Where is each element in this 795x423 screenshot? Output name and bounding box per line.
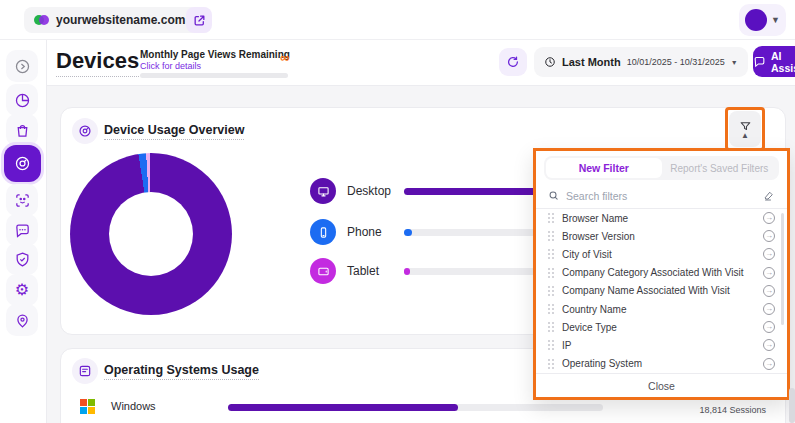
drag-handle-icon[interactable]	[548, 286, 554, 296]
filter-option-browser-version[interactable]: Browser Version→	[536, 227, 787, 245]
desktop-legend-dot	[310, 178, 336, 204]
phone-label: Phone	[347, 225, 382, 239]
filter-search-row	[536, 183, 787, 209]
search-icon	[548, 190, 559, 201]
filter-option-city-of-visit[interactable]: City of Visit→	[536, 245, 787, 263]
chevron-down-icon: ▼	[771, 16, 780, 25]
refresh-icon	[506, 55, 520, 69]
tab-saved-filters[interactable]: Report's Saved Filters	[662, 158, 778, 178]
arrow-right-circle-icon[interactable]: →	[763, 285, 775, 297]
operating-systems-card-title: Operating Systems Usage	[104, 363, 259, 380]
date-range-selector[interactable]: Last Month 10/01/2025 - 10/31/2025 ▼	[534, 47, 748, 77]
arrow-right-circle-icon[interactable]: →	[763, 321, 775, 333]
legend-item-tablet: Tablet	[310, 258, 379, 284]
shield-check-icon	[14, 251, 31, 268]
drag-handle-icon[interactable]	[548, 249, 554, 259]
filter-option-operating-system[interactable]: Operating System→	[536, 355, 787, 373]
website-name: yourwebsitename.com	[56, 13, 185, 27]
period-range: 10/01/2025 - 10/31/2025	[627, 57, 725, 67]
page-title: Devices	[56, 48, 139, 77]
website-selector[interactable]: yourwebsitename.com ▼	[24, 7, 211, 33]
phone-icon	[317, 226, 330, 239]
sidebar-item-dashboard[interactable]	[6, 84, 38, 116]
drag-handle-icon[interactable]	[548, 340, 554, 350]
page-views-label: Monthly Page Views Remaining	[140, 49, 290, 60]
app-root: yourwebsitename.com ▼ ▼	[0, 0, 795, 423]
collapse-arrow-icon	[14, 58, 31, 75]
phone-legend-dot	[310, 219, 336, 245]
website-favicon-icon	[34, 14, 49, 26]
filter-option-label: City of Visit	[562, 249, 755, 260]
windows-sessions: 18,814 Sessions	[641, 405, 766, 415]
desktop-monitor-icon	[317, 185, 330, 198]
user-menu[interactable]: ▼	[739, 4, 786, 36]
filter-option-device-type[interactable]: Device Type→	[536, 318, 787, 336]
filter-panel: New Filter Report's Saved Filters Browse…	[533, 148, 790, 400]
filter-button[interactable]: ▲	[729, 111, 761, 147]
refresh-button[interactable]	[499, 48, 527, 76]
drag-handle-icon[interactable]	[548, 304, 554, 314]
arrow-right-circle-icon[interactable]: →	[763, 230, 775, 242]
page-views-progress-bar	[140, 73, 288, 78]
sidebar-item-visitors[interactable]	[6, 184, 38, 216]
gear-icon: ⚙	[15, 282, 29, 298]
operating-systems-card-icon	[72, 358, 98, 384]
arrow-right-circle-icon[interactable]: →	[763, 212, 775, 224]
page-header: Devices Monthly Page Views Remaining Cli…	[47, 40, 795, 86]
panel-scrollbar[interactable]	[781, 213, 784, 325]
arrow-right-circle-icon[interactable]: →	[763, 303, 775, 315]
filter-option-ip[interactable]: IP→	[536, 336, 787, 354]
tablet-label: Tablet	[347, 264, 379, 278]
drag-handle-icon[interactable]	[548, 231, 554, 241]
drag-handle-icon[interactable]	[548, 268, 554, 278]
legend-item-phone: Phone	[310, 219, 382, 245]
devices-gauge-icon	[14, 155, 31, 172]
filter-option-label: Browser Name	[562, 213, 755, 224]
device-usage-donut-chart[interactable]	[70, 153, 232, 315]
sidebar-item-communication[interactable]	[6, 214, 38, 246]
filter-option-label: Operating System	[562, 358, 755, 369]
open-website-button[interactable]	[186, 7, 212, 33]
arrow-right-circle-icon[interactable]: →	[763, 339, 775, 351]
filter-option-label: Browser Version	[562, 231, 755, 242]
device-usage-card-title: Device Usage Overview	[104, 123, 244, 140]
tab-new-filter[interactable]: New Filter	[546, 158, 662, 178]
pie-chart-icon	[14, 92, 31, 109]
ai-assistant-button[interactable]: AI Assistant	[753, 46, 795, 77]
shopping-bag-icon	[14, 122, 31, 139]
phone-bar-fill	[404, 229, 412, 236]
location-pin-icon	[14, 312, 31, 329]
filter-option-browser-name[interactable]: Browser Name→	[536, 209, 787, 227]
filter-option-company-name[interactable]: Company Name Associated With Visit→	[536, 282, 787, 300]
sidebar-item-ecommerce[interactable]	[6, 114, 38, 146]
filter-option-company-category[interactable]: Company Category Associated With Visit→	[536, 264, 787, 282]
drag-handle-icon[interactable]	[548, 359, 554, 369]
filter-option-country-name[interactable]: Country Name→	[536, 300, 787, 318]
page-scrollbar-thumb[interactable]	[789, 388, 795, 423]
filter-panel-close-button[interactable]: Close	[536, 373, 787, 397]
windows-bar-fill	[228, 404, 458, 411]
page-views-details-link[interactable]: Click for details	[140, 61, 201, 71]
filter-options-list: Browser Name→ Browser Version→ City of V…	[536, 209, 787, 373]
arrow-right-circle-icon[interactable]: →	[763, 358, 775, 370]
ai-chat-icon	[753, 55, 766, 68]
arrow-right-circle-icon[interactable]: →	[763, 267, 775, 279]
filter-panel-tabs: New Filter Report's Saved Filters	[544, 156, 779, 180]
sidebar-collapse-button[interactable]	[6, 50, 38, 82]
drag-handle-icon[interactable]	[548, 213, 554, 223]
sidebar-item-devices[interactable]	[4, 145, 41, 182]
sidebar-item-settings[interactable]: ⚙	[6, 274, 38, 306]
filter-option-label: Company Category Associated With Visit	[562, 267, 755, 278]
chevron-up-icon: ▲	[741, 134, 749, 138]
sidebar-item-privacy[interactable]	[6, 243, 38, 275]
desktop-label: Desktop	[347, 184, 391, 198]
arrow-right-circle-icon[interactable]: →	[763, 248, 775, 260]
visitor-scan-icon	[14, 192, 31, 209]
sidebar-item-locations[interactable]	[6, 304, 38, 336]
period-label: Last Month	[562, 56, 621, 68]
legend-item-desktop: Desktop	[310, 178, 391, 204]
drag-handle-icon[interactable]	[548, 322, 554, 332]
top-bar: yourwebsitename.com ▼ ▼	[0, 0, 795, 40]
filter-option-label: IP	[562, 340, 755, 351]
filter-search-input[interactable]	[566, 190, 756, 202]
